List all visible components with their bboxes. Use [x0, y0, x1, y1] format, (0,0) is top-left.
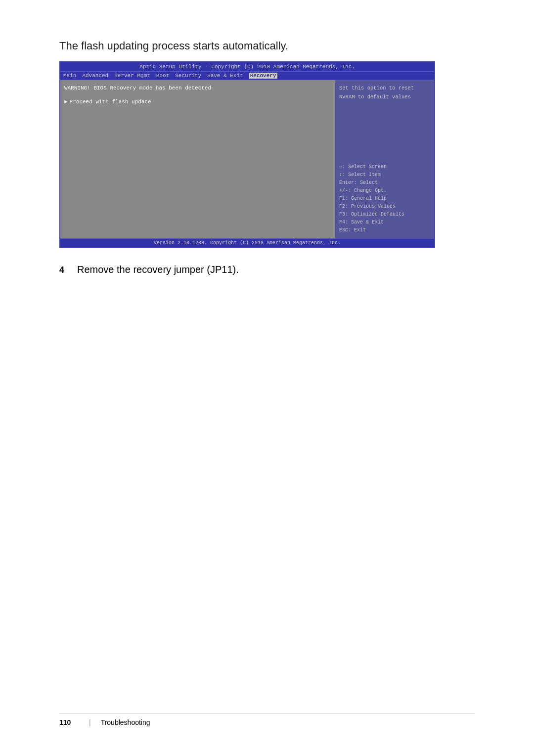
- page-content: The flash updating process starts automa…: [0, 0, 534, 305]
- bios-menu-boot[interactable]: Boot: [156, 73, 169, 79]
- bios-menu-security[interactable]: Security: [175, 73, 201, 79]
- bios-help-enter: Enter: Select: [339, 179, 430, 187]
- bios-help-change-opt: +/-: Change Opt.: [339, 187, 430, 195]
- bios-help-f3: F3: Optimized Defaults: [339, 211, 430, 219]
- bios-footer: Version 2.10.1208. Copyright (C) 2010 Am…: [60, 238, 434, 247]
- bios-menu-advanced[interactable]: Advanced: [82, 73, 108, 79]
- step-number: 4: [59, 265, 69, 275]
- bios-warning-text: WARNING! BIOS Recovery mode has been det…: [64, 85, 331, 91]
- bios-help-f1: F1: General Help: [339, 195, 430, 203]
- bios-help-text: ↔: Select Screen ↕: Select Item Enter: S…: [339, 163, 430, 234]
- bios-help-select-item: ↕: Select Item: [339, 171, 430, 179]
- bios-help-f4: F4: Save & Exit: [339, 219, 430, 226]
- footer-separator: |: [89, 718, 91, 726]
- bios-menu-server-mgmt[interactable]: Server Mgmt: [114, 73, 150, 79]
- bios-body: WARNING! BIOS Recovery mode has been det…: [60, 80, 434, 238]
- bios-help-esc: ESC: Exit: [339, 226, 430, 234]
- bios-hint-box: Set this option to reset NVRAM to defaul…: [339, 84, 430, 102]
- bios-screenshot: Aptio Setup Utility - Copyright (C) 2010…: [59, 61, 435, 248]
- bios-title-bar: Aptio Setup Utility - Copyright (C) 2010…: [60, 62, 434, 72]
- page-footer: 110 | Troubleshooting: [59, 713, 475, 726]
- step-text: Remove the recovery jumper (JP11).: [77, 264, 239, 275]
- bios-proceed-text: Proceed with flash update: [70, 99, 151, 105]
- footer-section: Troubleshooting: [101, 718, 150, 726]
- bios-left-panel: WARNING! BIOS Recovery mode has been det…: [60, 80, 335, 238]
- bios-proceed-arrow: ►: [64, 99, 68, 105]
- bios-menu-bar: Main Advanced Server Mgmt Boot Security …: [60, 72, 434, 80]
- page-number: 110: [59, 718, 79, 726]
- bios-help-f2: F2: Previous Values: [339, 203, 430, 211]
- bios-right-panel: Set this option to reset NVRAM to defaul…: [335, 80, 434, 238]
- intro-text: The flash updating process starts automa…: [59, 40, 475, 52]
- bios-menu-recovery[interactable]: Recovery: [249, 73, 277, 79]
- bios-proceed-row: ► Proceed with flash update: [64, 99, 331, 105]
- bios-menu-main[interactable]: Main: [63, 73, 76, 79]
- step-4-row: 4 Remove the recovery jumper (JP11).: [59, 264, 475, 275]
- bios-menu-save-exit[interactable]: Save & Exit: [207, 73, 243, 79]
- bios-help-select-screen: ↔: Select Screen: [339, 163, 430, 171]
